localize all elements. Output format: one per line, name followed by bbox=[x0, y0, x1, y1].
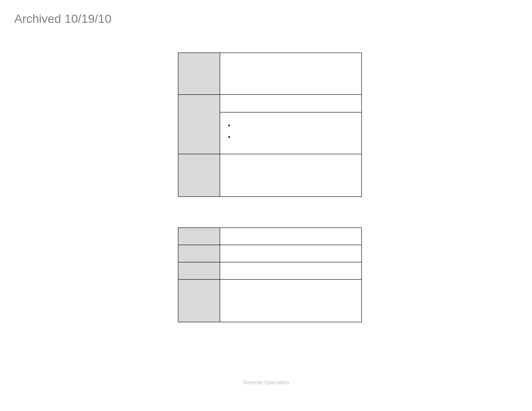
table-row bbox=[178, 245, 362, 262]
table-cell-right bbox=[220, 53, 362, 95]
table-cell-left bbox=[178, 262, 220, 280]
table-row bbox=[178, 228, 362, 245]
table-cell-left bbox=[178, 228, 220, 245]
table-cell-left bbox=[178, 53, 220, 95]
table-cell-right bbox=[220, 228, 362, 245]
footer-text: Remote Operation bbox=[0, 379, 532, 386]
table-cell-left bbox=[178, 245, 220, 262]
table-row bbox=[178, 53, 362, 95]
bullet-list bbox=[224, 119, 357, 142]
table-cell-left bbox=[178, 280, 220, 322]
table-row bbox=[178, 95, 362, 112]
table-cell-left bbox=[178, 95, 220, 154]
table-cell-right bbox=[220, 154, 362, 197]
table-cell-right bbox=[220, 280, 362, 322]
table-cell-right bbox=[220, 262, 362, 280]
table-1 bbox=[178, 53, 362, 197]
table-cell-right bbox=[220, 112, 362, 154]
table-cell-left bbox=[178, 154, 220, 197]
bullet-item bbox=[235, 131, 357, 143]
table-row bbox=[178, 154, 362, 197]
table-cell-right bbox=[220, 95, 362, 112]
table-cell-right bbox=[220, 245, 362, 262]
table-row bbox=[178, 262, 362, 280]
archived-header: Archived 10/19/10 bbox=[14, 12, 112, 26]
table-row bbox=[178, 280, 362, 322]
table-2 bbox=[178, 227, 362, 322]
bullet-item bbox=[235, 119, 357, 131]
